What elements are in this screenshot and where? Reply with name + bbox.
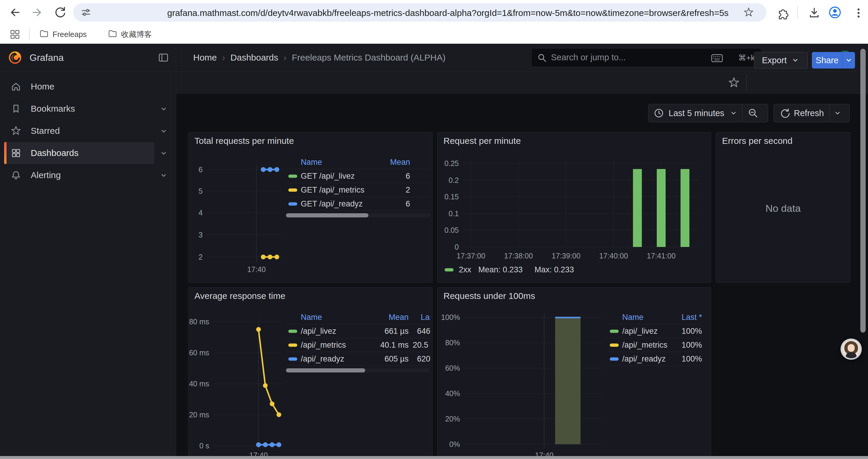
series-swatch xyxy=(286,174,301,178)
chevron-down-icon[interactable] xyxy=(159,127,168,135)
breadcrumb-item[interactable]: Home xyxy=(193,53,217,63)
y-axis-tick: 60 ms xyxy=(188,348,209,357)
y-axis-tick: 5 xyxy=(190,186,203,196)
series-swatch xyxy=(286,357,301,361)
legend-max: Max: 0.233 xyxy=(534,265,574,274)
legend-row[interactable]: /api/_livez661 µs646 µs xyxy=(286,324,430,338)
legend-row[interactable]: GET /api/_readyz6 xyxy=(286,197,431,211)
url-text[interactable]: grafana.mathmast.com/d/deytv4rwavabkb/fr… xyxy=(167,8,797,18)
menu-kebab-icon[interactable] xyxy=(852,6,865,20)
dashboard-actions-row xyxy=(176,71,868,94)
legend-row[interactable]: GET /api/_livez6 xyxy=(286,169,431,183)
legend-column-header[interactable]: Mean xyxy=(378,158,410,167)
legend-cell: /api/_metrics xyxy=(622,340,673,350)
panel-title[interactable]: Request per minute xyxy=(443,136,521,146)
assistant-avatar[interactable] xyxy=(840,338,862,360)
legend-column-header[interactable]: Last * xyxy=(673,313,702,322)
panel-title[interactable]: Average response time xyxy=(194,291,285,301)
grafana-logo-icon[interactable] xyxy=(8,50,23,65)
breadcrumb-separator: › xyxy=(284,53,286,63)
refresh-button[interactable]: Refresh xyxy=(773,104,850,122)
legend-column-header[interactable]: Name xyxy=(301,158,378,167)
reload-icon[interactable] xyxy=(54,6,67,19)
grafana-header-left: Grafana xyxy=(0,44,176,71)
legend-table: NameMeanLast */api/_livez661 µs646 µs/ap… xyxy=(286,310,430,372)
zoom-out-icon[interactable] xyxy=(748,108,758,119)
bookmark-star-icon[interactable] xyxy=(743,7,754,18)
chevron-down-icon xyxy=(730,109,737,117)
grid-icon xyxy=(11,148,21,158)
legend-mean: Mean: 0.233 xyxy=(478,265,523,274)
sidebar-item-starred[interactable]: Starred xyxy=(0,120,176,142)
legend-scrollbar-thumb[interactable] xyxy=(286,368,365,372)
bookmarks-divider xyxy=(29,28,30,40)
legend-row[interactable]: /api/_metrics40.1 ms20.5 ms xyxy=(286,338,430,352)
bookmark-folder[interactable]: Freeleaps xyxy=(35,27,92,41)
search-shortcut: ⌘+k xyxy=(738,53,755,63)
bookmark-folder[interactable]: 收藏博客 xyxy=(103,27,157,41)
panel-title[interactable]: Total requests per minute xyxy=(194,136,294,146)
legend-scrollbar-thumb[interactable] xyxy=(286,213,368,218)
legend-row[interactable]: GET /api/_metrics2 xyxy=(286,183,431,197)
y-axis-tick: 40% xyxy=(438,389,460,398)
legend-column-header[interactable]: Last * xyxy=(409,313,430,322)
share-menu-button[interactable] xyxy=(842,52,855,68)
sidebar-item-dashboards[interactable]: Dashboards xyxy=(0,142,176,164)
sidebar-item-label: Home xyxy=(31,76,54,97)
forward-icon[interactable] xyxy=(31,6,44,19)
export-button[interactable]: Export xyxy=(754,52,808,68)
sidebar-item-bookmarks[interactable]: Bookmarks xyxy=(0,98,176,120)
share-button[interactable]: Share xyxy=(812,52,855,68)
series-swatch xyxy=(286,202,301,205)
chevron-down-icon[interactable] xyxy=(159,171,168,179)
sidebar-item-home[interactable]: Home xyxy=(0,76,176,97)
legend-row[interactable]: 2xxMean: 0.233Max: 0.233 xyxy=(445,265,574,274)
legend-column-header[interactable]: Mean xyxy=(370,313,409,322)
back-icon[interactable] xyxy=(8,6,21,19)
chevron-down-icon[interactable] xyxy=(159,105,168,113)
legend-cell: /api/_metrics xyxy=(301,340,370,350)
x-axis-tick: 17:41:00 xyxy=(638,251,685,261)
legend-cell: 646 µs xyxy=(409,327,430,336)
y-axis-tick: 0% xyxy=(438,439,460,449)
legend-scrollbar-track[interactable] xyxy=(286,213,431,218)
profile-icon[interactable] xyxy=(829,6,841,19)
breadcrumb-item[interactable]: Dashboards xyxy=(230,53,278,63)
sidebar-item-alerting[interactable]: Alerting xyxy=(0,164,176,186)
series-swatch xyxy=(445,268,454,271)
legend-row[interactable]: /api/_metrics100% xyxy=(608,338,702,352)
legend-cell: /api/_readyz xyxy=(622,355,673,364)
legend-scrollbar-track[interactable] xyxy=(286,368,430,372)
share-label[interactable]: Share xyxy=(812,52,842,68)
legend-row[interactable]: /api/_livez100% xyxy=(608,324,702,338)
actions-divider xyxy=(746,74,747,91)
legend-row[interactable]: /api/_readyz100% xyxy=(608,352,702,366)
legend-column-header[interactable]: Name xyxy=(622,313,673,322)
downloads-icon[interactable] xyxy=(808,6,821,20)
sidebar-item-label: Bookmarks xyxy=(31,98,75,120)
legend-cell: /api/_livez xyxy=(301,327,370,336)
bookmark-folder-label: Freeleaps xyxy=(53,30,87,39)
window-bottom-scrollbar[interactable] xyxy=(0,456,868,459)
legend-column-header[interactable]: Name xyxy=(301,313,370,322)
legend-row[interactable]: /api/_readyz605 µs620 µs xyxy=(286,352,430,366)
x-axis-tick: 17:39:00 xyxy=(542,251,590,261)
site-settings-icon[interactable] xyxy=(80,7,92,18)
search-input[interactable]: Search or jump to... ⌘+k xyxy=(531,48,762,67)
refresh-label: Refresh xyxy=(794,108,824,118)
time-range-picker[interactable]: Last 5 minutes xyxy=(648,104,768,122)
panel-title[interactable]: Requests under 100ms xyxy=(443,291,535,301)
folder-icon xyxy=(108,29,117,39)
dock-menu-icon[interactable] xyxy=(158,52,169,63)
apps-grid-icon[interactable] xyxy=(10,30,20,39)
legend-cell: 661 µs xyxy=(370,327,409,336)
legend-cell: 620 µs xyxy=(409,355,430,364)
panel-title[interactable]: Errors per second xyxy=(722,136,793,146)
favorite-star-icon[interactable] xyxy=(728,77,740,89)
legend-cell: GET /api/_livez xyxy=(301,172,378,181)
chevron-down-icon[interactable] xyxy=(159,149,168,157)
page-scrollbar[interactable] xyxy=(860,49,866,333)
y-axis-tick: 0.25 xyxy=(440,159,459,168)
url-bar[interactable]: grafana.mathmast.com/d/deytv4rwavabkb/fr… xyxy=(73,3,766,22)
extensions-icon[interactable] xyxy=(776,6,789,20)
